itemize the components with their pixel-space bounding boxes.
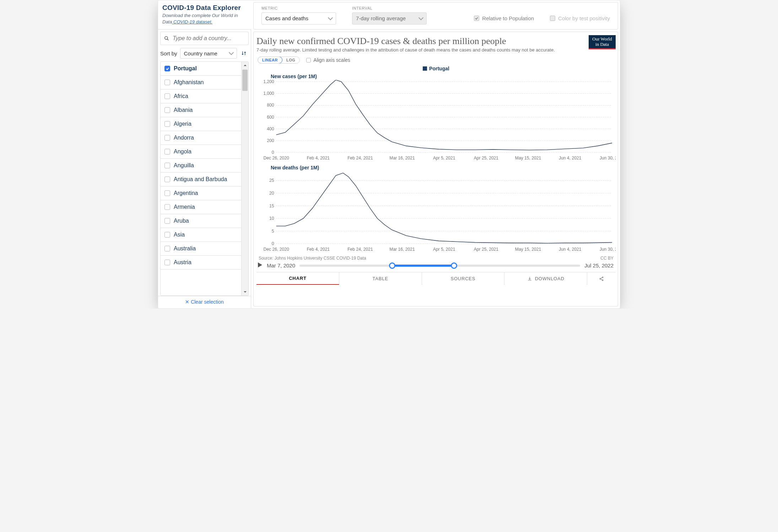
checkbox-icon [164, 66, 170, 71]
scrollbar[interactable] [241, 62, 248, 295]
cases-chart: 02004006008001,0001,200Dec 26, 2020Feb 4… [256, 80, 616, 163]
svg-text:15: 15 [269, 203, 274, 208]
scale-toggle[interactable]: LINEAR LOG [258, 56, 300, 64]
country-name: Africa [174, 93, 188, 99]
country-row[interactable]: Anguilla [161, 159, 248, 173]
relative-to-pop-checkbox[interactable]: Relative to Population [474, 15, 534, 21]
svg-text:5: 5 [272, 228, 274, 233]
svg-text:Apr 5, 2021: Apr 5, 2021 [433, 247, 455, 252]
country-row[interactable]: Albania [161, 103, 248, 117]
tab-share[interactable] [587, 272, 616, 285]
svg-point-0 [165, 37, 168, 39]
main-panel: Daily new confirmed COVID-19 cases & dea… [253, 32, 618, 306]
tab-bar: CHART TABLE SOURCES DOWNLOAD [256, 272, 616, 285]
align-axis-checkbox[interactable]: Align axis scales [306, 57, 350, 63]
svg-text:Dec 26, 2020: Dec 26, 2020 [264, 247, 289, 252]
dataset-link[interactable]: COVID-19 dataset. [172, 19, 212, 25]
country-row[interactable]: Algeria [161, 117, 248, 131]
svg-text:10: 10 [269, 216, 274, 221]
panel2-title: New deaths (per 1M) [271, 165, 616, 170]
sort-select[interactable]: Country name [180, 48, 237, 59]
checkbox-icon [164, 246, 170, 251]
time-handle-end[interactable] [451, 262, 457, 269]
license-text: CC BY [600, 256, 614, 261]
linear-button[interactable]: LINEAR [258, 56, 282, 64]
metric-control: METRIC Cases and deaths [261, 6, 336, 25]
download-icon [527, 276, 532, 281]
country-row[interactable]: Asia [161, 228, 248, 242]
svg-text:1,000: 1,000 [263, 91, 274, 96]
country-name: Australia [174, 245, 196, 252]
scroll-thumb[interactable] [242, 70, 248, 91]
sidebar: Sort by Country name Portugal Afghanista… [158, 29, 251, 308]
svg-line-1 [167, 39, 168, 40]
time-track[interactable] [299, 265, 580, 267]
time-end: Jul 25, 2022 [584, 262, 614, 268]
metric-select[interactable]: Cases and deaths [261, 12, 336, 25]
svg-text:200: 200 [267, 138, 274, 143]
play-button[interactable] [258, 262, 263, 268]
checkbox-icon [474, 16, 479, 21]
country-name: Argentina [174, 190, 198, 196]
country-row[interactable]: Australia [161, 242, 248, 256]
country-row[interactable]: Africa [161, 89, 248, 103]
svg-text:0: 0 [272, 241, 274, 246]
scroll-up-icon[interactable] [242, 62, 249, 69]
country-row[interactable]: Armenia [161, 200, 248, 214]
country-name: Angola [174, 148, 191, 155]
time-start: Mar 7, 2020 [267, 262, 295, 268]
country-name: Asia [174, 232, 185, 238]
country-name: Aruba [174, 218, 189, 224]
country-name: Austria [174, 259, 191, 266]
color-by-test-checkbox[interactable]: Color by test positivity [550, 15, 610, 21]
country-row[interactable]: Andorra [161, 131, 248, 145]
checkbox-icon [164, 190, 170, 196]
country-row[interactable]: Aruba [161, 214, 248, 228]
svg-text:Jun 30, 2021: Jun 30, 2021 [600, 247, 616, 252]
country-list[interactable]: Portugal Afghanistan Africa Albania Alge… [161, 62, 248, 295]
country-row[interactable]: Argentina [161, 186, 248, 200]
search-icon [164, 36, 169, 41]
tab-table[interactable]: TABLE [339, 272, 422, 285]
country-name: Albania [174, 107, 193, 113]
interval-select: 7-day rolling average [352, 12, 427, 25]
legend: Portugal [256, 66, 616, 71]
checkbox-icon [164, 163, 170, 168]
checkbox-icon [164, 135, 170, 141]
checkbox-icon [164, 107, 170, 113]
checkbox-icon [550, 16, 555, 21]
country-search[interactable] [160, 32, 249, 45]
svg-text:400: 400 [267, 126, 274, 131]
svg-text:20: 20 [269, 191, 274, 196]
country-row[interactable]: Portugal [161, 62, 248, 76]
legend-swatch [423, 66, 427, 71]
metric-label: METRIC [261, 6, 336, 10]
tab-sources[interactable]: SOURCES [422, 272, 505, 285]
svg-text:800: 800 [267, 103, 274, 108]
tab-download[interactable]: DOWNLOAD [504, 272, 587, 285]
sort-label: Sort by [160, 50, 177, 56]
country-row[interactable]: Afghanistan [161, 76, 248, 89]
country-row[interactable]: Austria [161, 256, 248, 270]
tab-chart[interactable]: CHART [256, 272, 339, 285]
svg-text:25: 25 [269, 178, 274, 183]
checkbox-icon [164, 218, 170, 224]
search-input[interactable] [172, 35, 245, 42]
svg-text:Dec 26, 2020: Dec 26, 2020 [264, 156, 289, 161]
svg-text:Apr 5, 2021: Apr 5, 2021 [433, 156, 455, 161]
clear-selection-button[interactable]: ✕ Clear selection [158, 296, 251, 308]
scroll-down-icon[interactable] [242, 288, 249, 295]
svg-text:0: 0 [272, 150, 274, 155]
svg-text:Apr 25, 2021: Apr 25, 2021 [474, 156, 499, 161]
country-row[interactable]: Antigua and Barbuda [161, 173, 248, 186]
interval-label: INTERVAL [352, 6, 427, 10]
sort-direction-toggle[interactable] [240, 48, 248, 58]
time-handle-start[interactable] [389, 262, 395, 269]
log-button[interactable]: LOG [282, 57, 299, 63]
svg-text:Mar 16, 2021: Mar 16, 2021 [389, 156, 415, 161]
svg-text:Jun 30, 2021: Jun 30, 2021 [600, 156, 616, 161]
country-row[interactable]: Angola [161, 145, 248, 159]
svg-text:Jun 4, 2021: Jun 4, 2021 [559, 247, 582, 252]
timeline: Mar 7, 2020 Jul 25, 2022 [256, 262, 616, 271]
country-name: Portugal [174, 65, 197, 72]
